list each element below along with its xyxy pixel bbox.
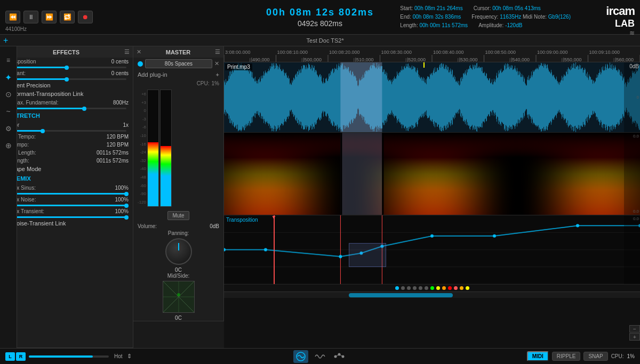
play-pause-button[interactable]: ⏸ (23, 11, 38, 23)
zoom-out-button[interactable]: + (629, 333, 640, 341)
remix-sinus-label: Remix Sinus: (4, 185, 102, 191)
loop-button[interactable]: 🔁 (60, 11, 75, 23)
midi-button[interactable]: MIDI (527, 351, 549, 361)
left-icon-settings[interactable]: ⚙ (2, 122, 15, 135)
left-channel-button[interactable]: L (5, 352, 15, 361)
right-mode-buttons: MIDI RIPPLE SNAP CPU: 1% (527, 351, 635, 361)
track-db-label: 0dB (629, 63, 639, 69)
remix-sinus-slider-row[interactable] (0, 192, 133, 196)
plugin-remove-button[interactable]: ✕ (214, 60, 219, 67)
scrollbar-thumb[interactable] (349, 293, 453, 297)
mute-section: Mute (133, 209, 223, 222)
right-channel-button[interactable]: R (16, 352, 26, 361)
automation-track[interactable]: Transposition 0.0 (224, 215, 640, 285)
add-plugin-icon: + (216, 71, 219, 78)
to-length-label: To Length: (4, 158, 97, 164)
length-val: 00h 00m 11s 572ms (420, 22, 468, 28)
max-fundamental-section: ≡ Max. Fundamental: 800Hz (0, 98, 133, 107)
remix-transient-slider[interactable] (6, 216, 126, 218)
remix-transient-slider-row[interactable] (0, 215, 133, 219)
dot-11[interactable] (460, 286, 463, 290)
snap-button[interactable]: SNAP (583, 352, 607, 361)
max-fundamental-slider-row[interactable] (0, 107, 133, 110)
left-icon-cursor[interactable]: ✦ (2, 71, 15, 84)
frequency-label: Frequency: (471, 14, 498, 20)
panning-knob[interactable] (165, 238, 192, 265)
title-bar: + Test Doc TS2* (0, 35, 640, 46)
level-slider[interactable] (29, 355, 109, 358)
dot-2[interactable] (407, 286, 411, 290)
left-icon-wave[interactable]: ~ (2, 105, 15, 118)
master-panel: ✕ MASTER ☰ 80s Spaces ✕ Add plug-in + CP… (133, 46, 224, 321)
stretch-section-header[interactable]: ▼ STRETCH (0, 110, 133, 121)
waves-icon-2[interactable] (313, 350, 327, 363)
formant-row: Formant: 0 cents (0, 69, 133, 77)
nodes-icon[interactable] (332, 350, 347, 363)
horizontal-scrollbar[interactable] (224, 292, 640, 298)
dot-3[interactable] (413, 286, 417, 290)
start-label: Start: (400, 5, 413, 11)
zoom-in-button[interactable]: − (629, 325, 640, 333)
effects-panel: ✕ EFFECTS ☰ Transposition 0 cents Forman… (0, 46, 133, 348)
rewind-button[interactable]: ⏪ (5, 11, 20, 23)
dot-8[interactable] (442, 286, 446, 290)
factor-slider-row[interactable] (0, 129, 133, 133)
from-tempo-label: From Tempo: (4, 134, 102, 140)
plugin-enable-indicator[interactable] (138, 61, 143, 67)
dot-4[interactable] (419, 286, 422, 290)
waves-icon-1[interactable] (293, 350, 308, 363)
dot-6[interactable] (430, 286, 434, 290)
max-fundamental-slider[interactable] (6, 108, 126, 109)
formant-slider[interactable] (6, 78, 126, 80)
remix-sinus-slider[interactable] (6, 193, 126, 195)
dot-7[interactable] (436, 286, 440, 290)
frequency-val: 11635Hz (500, 14, 521, 20)
remix-noise-slider[interactable] (6, 205, 126, 206)
add-plugin-row[interactable]: Add plug-in + (133, 70, 223, 79)
transposition-slider[interactable] (6, 67, 126, 68)
remix-section-header[interactable]: ▼ REMIX (0, 173, 133, 184)
to-tempo-label: To Tempo: (4, 142, 102, 148)
mute-button[interactable]: Mute (167, 211, 189, 220)
remix-noise-label: Remix Noise: (4, 197, 102, 203)
dot-5[interactable] (425, 286, 428, 290)
factor-slider[interactable] (6, 130, 126, 132)
top-bar: ⏪ ⏸ ⏩ 🔁 ⏺ 00h 08m 12s 802ms 0492s 802ms … (0, 0, 640, 35)
formant-value: 0 cents (102, 70, 129, 76)
amplitude-label: Amplitude: (478, 22, 503, 28)
db-scale: +6+30-3-6-10-16-24-32-40-48-60-90-120 (135, 90, 146, 207)
ripple-button[interactable]: RIPPLE (552, 352, 581, 361)
cpu-label: CPU: (197, 80, 210, 86)
cent-precision-label: Cent Precision (12, 82, 51, 88)
left-icon-menu[interactable]: ≡ (2, 54, 15, 67)
track-filename: Print.mp3 (225, 63, 252, 70)
cpu-value: 1% (212, 80, 219, 86)
effects-menu-icon[interactable]: ☰ (124, 48, 130, 55)
plugin-name-button[interactable]: 80s Spaces (145, 59, 212, 68)
hot-arrows-icon[interactable]: ⇕ (127, 353, 132, 360)
dot-12[interactable] (466, 286, 469, 290)
remix-noise-slider-row[interactable] (0, 204, 133, 207)
waveform-track[interactable]: Print.mp3 0dB 0 (224, 62, 640, 133)
record-button[interactable]: ⏺ (78, 11, 93, 23)
master-close-button[interactable]: ✕ (137, 48, 141, 55)
left-icon-select[interactable]: ⊙ (2, 88, 15, 101)
add-track-button[interactable]: + (3, 36, 8, 45)
factor-row: Factor 1x (0, 121, 133, 129)
left-icon-add[interactable]: ⊕ (2, 139, 15, 152)
from-length-value: 0011s 572ms (97, 150, 129, 156)
transposition-slider-row[interactable] (0, 66, 133, 69)
length-label: Length: (400, 22, 418, 28)
dot-0[interactable] (395, 286, 399, 290)
forward-button[interactable]: ⏩ (42, 11, 57, 23)
formant-slider-row[interactable] (0, 77, 133, 81)
remix-noise-row: Remix Noise: 100% (0, 196, 133, 204)
to-tempo-value: 120 BPM (102, 142, 129, 148)
dot-10[interactable] (454, 286, 458, 290)
spectrogram-track[interactable]: 0.0 0.0 (224, 133, 640, 215)
midi-note-val: Gb9(126) (548, 14, 571, 20)
master-menu-icon[interactable]: ☰ (215, 48, 220, 55)
dot-1[interactable] (401, 286, 405, 290)
dot-9[interactable] (448, 286, 452, 290)
cent-precision-row: Cent Precision (0, 81, 133, 90)
